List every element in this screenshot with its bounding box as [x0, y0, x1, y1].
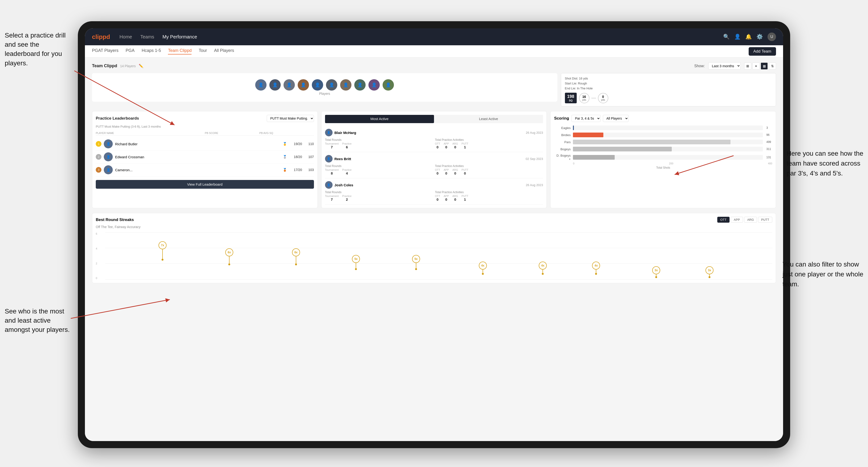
lb-medal-1: 🥇 — [283, 142, 287, 146]
shot-display: Shot Dist: 16 yds Start Lie: Rough End L… — [561, 73, 776, 106]
sub-nav-links: PGAT Players PGA Hcaps 1-5 Team Clippd T… — [92, 48, 749, 55]
player-avatar-6[interactable]: 👤 — [326, 79, 337, 91]
player-avatar-2[interactable]: 👤 — [269, 79, 281, 91]
ipad-screen: clippd Home Teams My Performance 🔍 👤 🔔 ⚙… — [85, 28, 783, 441]
lb-avg-1: 110 — [302, 142, 314, 146]
bar-value-dbogeys: 131 — [766, 156, 772, 159]
pa-practice-activities-2: Total Practice Activities OTT 0 APP 0 — [435, 164, 543, 175]
nav-teams[interactable]: Teams — [140, 34, 154, 40]
pa-player-3: 👤 Josh Coles — [325, 181, 353, 189]
filter-app[interactable]: APP — [731, 217, 743, 223]
player-avatar-1[interactable]: 👤 — [255, 79, 267, 91]
view-list-icon[interactable]: ≡ — [752, 63, 760, 69]
tp-dot-4 — [355, 268, 357, 270]
tp-dot-6 — [482, 273, 484, 275]
best-round-streaks-title: Best Round Streaks — [96, 217, 134, 222]
three-col-grid: Practice Leaderboards PUTT Must Make Put… — [92, 111, 776, 208]
scoring-card: Scoring Par 3, 4 & 5s All Players Eagles — [550, 111, 776, 208]
lb-row-3[interactable]: 3 👤 Cameron... 🥉 17/20 103 — [96, 163, 314, 177]
lb-medal-3: 🥉 — [283, 168, 287, 172]
par-select[interactable]: Par 3, 4 & 5s — [571, 115, 600, 122]
sub-nav-pga[interactable]: PGA — [125, 48, 134, 55]
pa-app-1: APP 0 — [444, 142, 449, 149]
lb-row-2[interactable]: 2 👤 Edward Crossman 🥈 18/20 107 — [96, 151, 314, 163]
tab-most-active[interactable]: Most Active — [325, 115, 434, 123]
bar-fill-eagles — [573, 125, 574, 130]
logo: clippd — [92, 33, 110, 40]
tp-bubble-2: 6x — [225, 248, 233, 256]
sub-nav-pgat[interactable]: PGAT Players — [92, 48, 118, 55]
shot-info: Shot Dist: 16 yds Start Lie: Rough End L… — [565, 76, 772, 91]
grid-line-3 — [105, 263, 772, 264]
scoring-header: Scoring Par 3, 4 & 5s All Players — [554, 115, 772, 122]
sub-nav-hcaps[interactable]: Hcaps 1-5 — [142, 48, 161, 55]
bar-value-eagles: 3 — [766, 126, 772, 129]
lb-rank-2: 2 — [96, 154, 101, 160]
shot-number-row: 198 SQ 16 yds 0 yds — [565, 93, 772, 103]
lb-avatar-3: 👤 — [104, 165, 113, 174]
filter-putt[interactable]: PUTT — [758, 217, 772, 223]
tp-5: 5x — [412, 255, 420, 270]
search-icon[interactable]: 🔍 — [723, 34, 730, 40]
tp-7: 4x — [539, 261, 547, 275]
player-filter-select[interactable]: All Players — [603, 115, 628, 122]
start-lie: Start Lie: Rough — [565, 81, 772, 86]
bell-icon[interactable]: 🔔 — [745, 34, 752, 40]
ipad-frame: clippd Home Teams My Performance 🔍 👤 🔔 ⚙… — [78, 21, 790, 448]
pa-practice-activities-1: Total Practice Activities OTT 0 APP 0 — [435, 138, 543, 149]
yard-circle-1: 16 yds — [579, 93, 589, 103]
drill-select[interactable]: PUTT Must Make Putting... — [267, 115, 314, 122]
bar-fill-dbogeys — [573, 155, 615, 160]
filter-arg[interactable]: ARG — [744, 217, 757, 223]
tp-dot-10 — [709, 276, 710, 278]
player-avatar-3[interactable]: 👤 — [283, 79, 295, 91]
x-axis-0: 0 — [573, 162, 574, 165]
pa-arg-1: ARG 0 — [453, 142, 458, 149]
view-full-leaderboard-button[interactable]: View Full Leaderboard — [96, 180, 314, 189]
player-avatar-7[interactable]: 👤 — [340, 79, 351, 91]
player-avatar-10[interactable]: 👤 — [382, 79, 394, 91]
show-period-select[interactable]: Last 3 months — [708, 62, 741, 69]
edit-team-icon[interactable]: ✏️ — [139, 64, 144, 68]
view-card-icon[interactable]: ▦ — [761, 63, 768, 69]
settings-icon[interactable]: ⚙️ — [756, 34, 763, 40]
bar-value-pars: 499 — [766, 140, 772, 144]
view-grid-icon[interactable]: ⊞ — [744, 63, 751, 69]
nav-home[interactable]: Home — [120, 34, 132, 40]
sub-nav-team-clippd[interactable]: Team Clippd — [168, 48, 191, 55]
people-icon[interactable]: 👤 — [734, 34, 741, 40]
tp-dot-3 — [295, 263, 297, 266]
sub-nav-tour[interactable]: Tour — [198, 48, 207, 55]
connector-line — [591, 98, 596, 98]
pa-name-1: Blair McHarg — [335, 131, 356, 135]
leaderboard-title: Practice Leaderboards — [96, 116, 139, 121]
bar-value-bogeys: 311 — [766, 148, 772, 151]
sub-nav-all-players[interactable]: All Players — [214, 48, 234, 55]
player-avatar-5[interactable]: 👤 — [312, 79, 323, 91]
lb-avatar-2: 👤 — [104, 152, 113, 161]
tp-bubble-1: 7x — [158, 241, 166, 249]
annotation-top-right: Here you can see how theteam have scored… — [786, 149, 863, 178]
pa-avatar-2: 👤 — [325, 155, 333, 162]
pa-putt-1: PUTT 1 — [462, 142, 468, 149]
tp-line-1 — [162, 249, 163, 259]
filter-ott[interactable]: OTT — [717, 217, 730, 223]
pa-player-1: 👤 Blair McHarg — [325, 129, 356, 136]
lb-row-1[interactable]: 1 👤 Richard Butler 🥇 19/20 110 — [96, 137, 314, 151]
tab-least-active[interactable]: Least Active — [434, 115, 543, 123]
player-avatar-8[interactable]: 👤 — [354, 79, 366, 91]
bar-bogeys: Bogeys 311 — [554, 147, 772, 151]
pa-arg-2: ARG 0 — [453, 168, 458, 175]
tp-line-4 — [356, 263, 356, 268]
nav-my-performance[interactable]: My Performance — [162, 34, 197, 40]
view-filter-icon[interactable]: ⇅ — [769, 63, 776, 69]
bar-label-eagles: Eagles — [554, 126, 570, 130]
player-avatar-9[interactable]: 👤 — [368, 79, 380, 91]
add-team-button[interactable]: Add Team — [749, 47, 776, 56]
activity-player-2: 👤 Rees Britt 02 Sep 2023 Total Rounds To… — [325, 152, 543, 178]
team-title-group: Team Clippd 14 Players ✏️ — [92, 63, 144, 68]
pa-ott-3: OTT 0 — [435, 195, 440, 201]
tp-line-5 — [416, 263, 416, 268]
user-avatar[interactable]: U — [768, 33, 776, 41]
player-avatar-4[interactable]: 👤 — [298, 79, 309, 91]
